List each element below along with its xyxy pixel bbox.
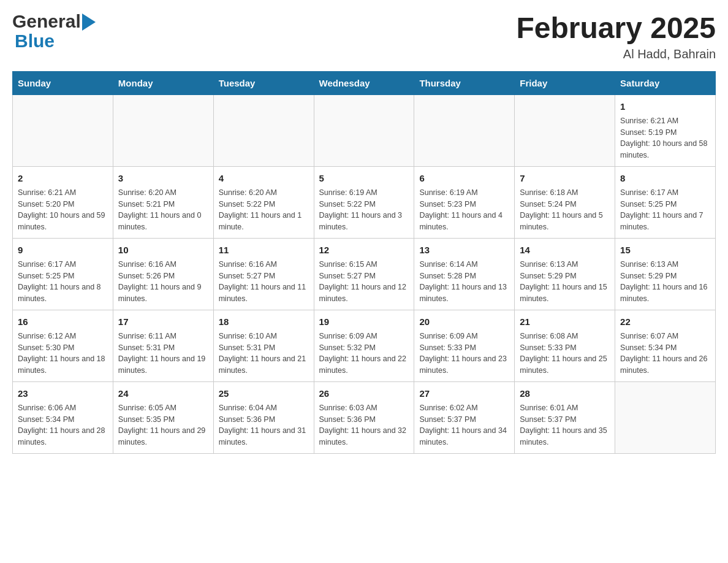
day-cell: 5Sunrise: 6:19 AM Sunset: 5:22 PM Daylig…: [314, 166, 414, 238]
svg-marker-0: [82, 13, 96, 31]
day-cell: [515, 94, 615, 166]
location-text: Al Hadd, Bahrain: [516, 47, 716, 61]
day-info: Sunrise: 6:16 AM Sunset: 5:26 PM Dayligh…: [118, 259, 208, 305]
day-cell: 25Sunrise: 6:04 AM Sunset: 5:36 PM Dayli…: [213, 381, 314, 453]
day-number: 16: [18, 315, 108, 328]
day-info: Sunrise: 6:19 AM Sunset: 5:22 PM Dayligh…: [319, 187, 409, 233]
week-row-4: 16Sunrise: 6:12 AM Sunset: 5:30 PM Dayli…: [13, 310, 716, 381]
day-cell: 1Sunrise: 6:21 AM Sunset: 5:19 PM Daylig…: [615, 94, 716, 166]
day-number: 9: [18, 243, 108, 256]
day-cell: 16Sunrise: 6:12 AM Sunset: 5:30 PM Dayli…: [13, 310, 113, 381]
day-cell: 2Sunrise: 6:21 AM Sunset: 5:20 PM Daylig…: [13, 166, 113, 238]
logo-blue-text: Blue: [12, 31, 55, 51]
logo: General Blue: [12, 12, 96, 52]
day-number: 23: [18, 387, 108, 400]
day-info: Sunrise: 6:10 AM Sunset: 5:31 PM Dayligh…: [219, 331, 309, 377]
day-cell: 6Sunrise: 6:19 AM Sunset: 5:23 PM Daylig…: [414, 166, 515, 238]
day-cell: [13, 94, 113, 166]
header-saturday: Saturday: [615, 71, 716, 94]
day-info: Sunrise: 6:13 AM Sunset: 5:29 PM Dayligh…: [620, 259, 710, 305]
day-info: Sunrise: 6:08 AM Sunset: 5:33 PM Dayligh…: [520, 331, 610, 377]
day-number: 17: [118, 315, 208, 328]
day-number: 5: [319, 172, 409, 185]
day-cell: 13Sunrise: 6:14 AM Sunset: 5:28 PM Dayli…: [414, 238, 515, 310]
day-cell: 4Sunrise: 6:20 AM Sunset: 5:22 PM Daylig…: [213, 166, 314, 238]
day-number: 21: [520, 315, 610, 328]
day-cell: 7Sunrise: 6:18 AM Sunset: 5:24 PM Daylig…: [515, 166, 615, 238]
day-number: 3: [118, 172, 208, 185]
day-cell: 26Sunrise: 6:03 AM Sunset: 5:36 PM Dayli…: [314, 381, 414, 453]
day-info: Sunrise: 6:20 AM Sunset: 5:22 PM Dayligh…: [219, 187, 309, 233]
day-info: Sunrise: 6:12 AM Sunset: 5:30 PM Dayligh…: [18, 331, 108, 377]
page-header: General Blue February 2025 Al Hadd, Bahr…: [12, 12, 716, 61]
day-cell: 21Sunrise: 6:08 AM Sunset: 5:33 PM Dayli…: [515, 310, 615, 381]
day-cell: 14Sunrise: 6:13 AM Sunset: 5:29 PM Dayli…: [515, 238, 615, 310]
day-number: 1: [620, 100, 710, 113]
header-friday: Friday: [515, 71, 615, 94]
day-info: Sunrise: 6:01 AM Sunset: 5:37 PM Dayligh…: [520, 402, 610, 448]
day-cell: [213, 94, 314, 166]
day-info: Sunrise: 6:18 AM Sunset: 5:24 PM Dayligh…: [520, 187, 610, 233]
day-cell: 18Sunrise: 6:10 AM Sunset: 5:31 PM Dayli…: [213, 310, 314, 381]
day-number: 22: [620, 315, 710, 328]
week-row-5: 23Sunrise: 6:06 AM Sunset: 5:34 PM Dayli…: [13, 381, 716, 453]
week-row-1: 1Sunrise: 6:21 AM Sunset: 5:19 PM Daylig…: [13, 94, 716, 166]
day-cell: 23Sunrise: 6:06 AM Sunset: 5:34 PM Dayli…: [13, 381, 113, 453]
day-number: 2: [18, 172, 108, 185]
day-number: 18: [219, 315, 309, 328]
calendar-title: February 2025: [516, 12, 716, 45]
day-number: 27: [419, 387, 509, 400]
day-info: Sunrise: 6:19 AM Sunset: 5:23 PM Dayligh…: [419, 187, 509, 233]
day-cell: 3Sunrise: 6:20 AM Sunset: 5:21 PM Daylig…: [113, 166, 213, 238]
day-cell: 22Sunrise: 6:07 AM Sunset: 5:34 PM Dayli…: [615, 310, 716, 381]
day-cell: 9Sunrise: 6:17 AM Sunset: 5:25 PM Daylig…: [13, 238, 113, 310]
day-info: Sunrise: 6:15 AM Sunset: 5:27 PM Dayligh…: [319, 259, 409, 305]
day-number: 20: [419, 315, 509, 328]
day-cell: 17Sunrise: 6:11 AM Sunset: 5:31 PM Dayli…: [113, 310, 213, 381]
day-cell: 28Sunrise: 6:01 AM Sunset: 5:37 PM Dayli…: [515, 381, 615, 453]
day-cell: 8Sunrise: 6:17 AM Sunset: 5:25 PM Daylig…: [615, 166, 716, 238]
day-cell: 15Sunrise: 6:13 AM Sunset: 5:29 PM Dayli…: [615, 238, 716, 310]
header-row: SundayMondayTuesdayWednesdayThursdayFrid…: [13, 71, 716, 94]
day-number: 7: [520, 172, 610, 185]
day-number: 4: [219, 172, 309, 185]
day-info: Sunrise: 6:03 AM Sunset: 5:36 PM Dayligh…: [319, 402, 409, 448]
header-wednesday: Wednesday: [314, 71, 414, 94]
day-cell: 27Sunrise: 6:02 AM Sunset: 5:37 PM Dayli…: [414, 381, 515, 453]
day-cell: [113, 94, 213, 166]
day-cell: 12Sunrise: 6:15 AM Sunset: 5:27 PM Dayli…: [314, 238, 414, 310]
logo-general-text: General: [12, 12, 81, 31]
day-cell: [615, 381, 716, 453]
day-cell: 11Sunrise: 6:16 AM Sunset: 5:27 PM Dayli…: [213, 238, 314, 310]
day-info: Sunrise: 6:06 AM Sunset: 5:34 PM Dayligh…: [18, 402, 108, 448]
day-number: 14: [520, 243, 610, 256]
day-info: Sunrise: 6:11 AM Sunset: 5:31 PM Dayligh…: [118, 331, 208, 377]
header-tuesday: Tuesday: [213, 71, 314, 94]
day-cell: 19Sunrise: 6:09 AM Sunset: 5:32 PM Dayli…: [314, 310, 414, 381]
day-cell: [414, 94, 515, 166]
day-number: 6: [419, 172, 509, 185]
day-info: Sunrise: 6:05 AM Sunset: 5:35 PM Dayligh…: [118, 402, 208, 448]
day-info: Sunrise: 6:17 AM Sunset: 5:25 PM Dayligh…: [620, 187, 710, 233]
day-info: Sunrise: 6:16 AM Sunset: 5:27 PM Dayligh…: [219, 259, 309, 305]
day-info: Sunrise: 6:17 AM Sunset: 5:25 PM Dayligh…: [18, 259, 108, 305]
day-info: Sunrise: 6:14 AM Sunset: 5:28 PM Dayligh…: [419, 259, 509, 305]
day-info: Sunrise: 6:09 AM Sunset: 5:32 PM Dayligh…: [319, 331, 409, 377]
day-cell: [314, 94, 414, 166]
day-number: 13: [419, 243, 509, 256]
day-number: 24: [118, 387, 208, 400]
day-number: 10: [118, 243, 208, 256]
day-info: Sunrise: 6:21 AM Sunset: 5:20 PM Dayligh…: [18, 187, 108, 233]
day-cell: 24Sunrise: 6:05 AM Sunset: 5:35 PM Dayli…: [113, 381, 213, 453]
calendar-table: SundayMondayTuesdayWednesdayThursdayFrid…: [12, 71, 716, 454]
day-info: Sunrise: 6:09 AM Sunset: 5:33 PM Dayligh…: [419, 331, 509, 377]
day-number: 25: [219, 387, 309, 400]
day-info: Sunrise: 6:04 AM Sunset: 5:36 PM Dayligh…: [219, 402, 309, 448]
title-area: February 2025 Al Hadd, Bahrain: [516, 12, 716, 61]
logo-triangle-icon: [82, 13, 96, 31]
day-number: 26: [319, 387, 409, 400]
week-row-2: 2Sunrise: 6:21 AM Sunset: 5:20 PM Daylig…: [13, 166, 716, 238]
day-number: 19: [319, 315, 409, 328]
day-number: 8: [620, 172, 710, 185]
header-sunday: Sunday: [13, 71, 113, 94]
